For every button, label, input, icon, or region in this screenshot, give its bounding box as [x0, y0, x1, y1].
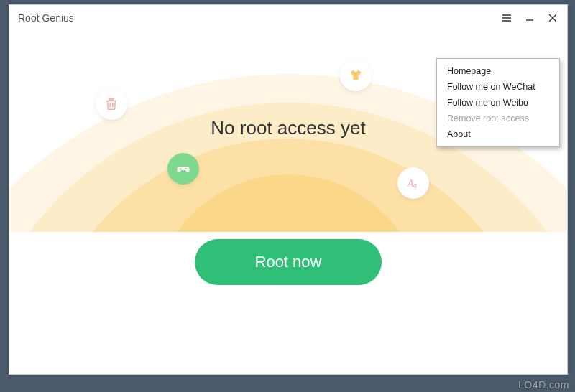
menu-icon[interactable]	[501, 12, 512, 24]
shirt-icon	[340, 60, 372, 91]
content-area: Aa No root access yet Root now Homepage …	[9, 31, 567, 374]
minimize-icon[interactable]	[524, 12, 535, 24]
trash-icon	[96, 88, 127, 120]
window-title: Root Genius	[18, 12, 74, 24]
app-window: Root Genius Aa N	[9, 4, 568, 375]
font-icon: Aa	[397, 167, 429, 199]
titlebar: Root Genius	[9, 5, 567, 31]
gamepad-icon	[167, 153, 199, 185]
close-icon[interactable]	[547, 12, 558, 24]
svg-text:a: a	[413, 181, 417, 189]
menu-item-weibo[interactable]: Follow me on Weibo	[437, 95, 559, 111]
svg-point-0	[185, 168, 187, 169]
watermark: LO4D.com	[518, 379, 569, 391]
menu-item-wechat[interactable]: Follow me on WeChat	[437, 79, 559, 95]
main-menu-dropdown: Homepage Follow me on WeChat Follow me o…	[436, 58, 560, 147]
menu-item-remove-root: Remove root access	[437, 111, 559, 126]
titlebar-controls	[501, 12, 558, 24]
menu-item-homepage[interactable]: Homepage	[437, 63, 559, 79]
menu-item-about[interactable]: About	[437, 126, 559, 142]
root-now-button[interactable]: Root now	[195, 239, 382, 285]
